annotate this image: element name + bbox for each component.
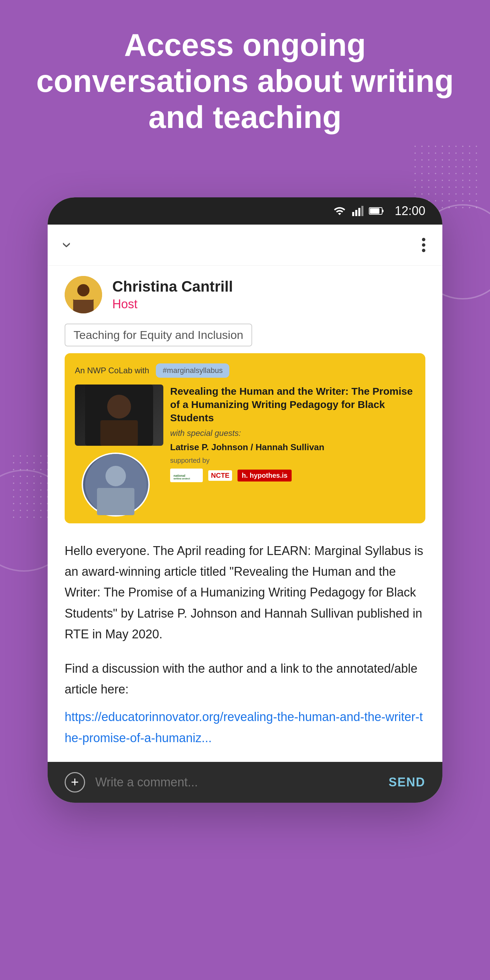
svg-rect-0 (352, 212, 354, 216)
comment-bar: + SEND (48, 762, 442, 803)
svg-point-11 (107, 395, 131, 418)
header-section: Access ongoing conversations about writi… (0, 27, 490, 135)
more-options-button[interactable] (422, 238, 425, 252)
post-paragraph-2: Find a discussion with the author and a … (65, 658, 425, 700)
event-supported-label: supported by (170, 457, 415, 465)
event-card-title: Revealing the Human and the Writer: The … (170, 385, 415, 424)
wifi-icon (334, 205, 346, 217)
comment-add-button[interactable]: + (65, 772, 85, 792)
svg-rect-6 (370, 208, 379, 214)
comment-input[interactable] (95, 775, 379, 789)
post-content: Hello everyone. The April reading for LE… (48, 533, 442, 755)
event-photo-bottom (82, 453, 150, 517)
svg-point-8 (77, 284, 89, 296)
channel-tag[interactable]: Teaching for Equity and Inclusion (65, 324, 425, 347)
ncte-logo: NCTE (208, 470, 232, 481)
avatar (65, 276, 102, 313)
hypothes-logo: h. hypothes.is (237, 469, 291, 482)
event-top-row: An NWP CoLab with #marginalsyllabus (75, 363, 415, 378)
status-bar: 12:00 (48, 197, 442, 224)
user-details: Christina Cantrill Host (112, 278, 233, 311)
event-with-guests-label: with special guests: (170, 428, 415, 438)
svg-rect-9 (73, 300, 94, 313)
event-logos: national writing project NCTE h. hypothe… (170, 469, 415, 482)
svg-text:national: national (173, 474, 185, 477)
event-guests: Latrise P. Johnson / Hannah Sullivan (170, 442, 415, 453)
channel-tag-label: Teaching for Equity and Inclusion (65, 324, 252, 347)
app-bar: › (48, 224, 442, 266)
svg-point-14 (105, 466, 126, 486)
battery-icon (369, 207, 384, 215)
event-photo-top (75, 385, 163, 446)
svg-rect-15 (97, 488, 134, 515)
event-text-content: Revealing the Human and the Writer: The … (170, 385, 415, 514)
svg-rect-3 (361, 206, 363, 216)
event-photos (75, 385, 163, 514)
post-link[interactable]: https://educatorinnovator.org/revealing-… (65, 706, 425, 748)
svg-rect-1 (355, 210, 357, 216)
nwp-logo: national writing project (170, 469, 203, 482)
post-paragraph-1: Hello everyone. The April reading for LE… (65, 540, 425, 644)
marginal-tag: #marginalsyllabus (156, 363, 229, 378)
svg-rect-2 (358, 208, 360, 216)
event-nwp-text: An NWP CoLab with (75, 366, 149, 375)
event-card-layout: Revealing the Human and the Writer: The … (75, 385, 415, 514)
plus-icon: + (71, 775, 79, 790)
svg-rect-12 (100, 420, 138, 446)
signal-icon (351, 205, 363, 217)
page-title: Access ongoing conversations about writi… (27, 27, 463, 135)
svg-text:writing project: writing project (173, 477, 190, 479)
send-button[interactable]: SEND (388, 775, 425, 789)
phone-mockup: 12:00 › Chr (48, 197, 442, 803)
status-time: 12:00 (395, 204, 425, 218)
chevron-down-icon[interactable]: › (57, 242, 78, 248)
user-name: Christina Cantrill (112, 278, 233, 295)
status-icons: 12:00 (334, 204, 425, 218)
user-role: Host (112, 297, 233, 311)
user-info: Christina Cantrill Host (48, 266, 442, 320)
svg-rect-5 (382, 210, 383, 212)
event-card: An NWP CoLab with #marginalsyllabus (65, 353, 425, 523)
